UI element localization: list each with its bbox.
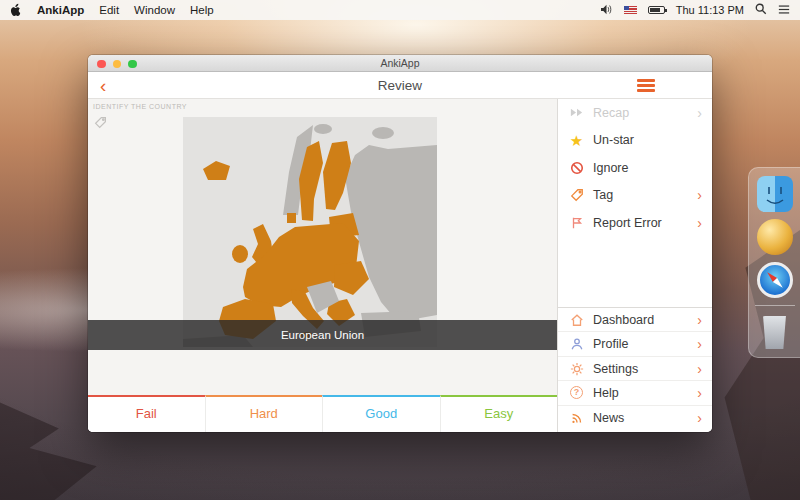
recap-icon (568, 105, 585, 120)
menubar-item-window[interactable]: Window (134, 4, 175, 16)
star-icon: ★ (568, 133, 585, 148)
menubar-clock[interactable]: Thu 11:13 PM (676, 4, 744, 16)
finder-dock-icon[interactable] (757, 176, 793, 212)
close-window-button[interactable] (97, 60, 106, 69)
card-prompt: IDENTIFY THE COUNTRY (93, 103, 187, 110)
ignore-icon (568, 161, 585, 175)
menu-item-help[interactable]: ? Help › (558, 381, 712, 405)
menu-item-label: Ignore (593, 161, 702, 175)
profile-icon (568, 337, 585, 351)
chevron-right-icon: › (697, 106, 702, 120)
help-icon: ? (568, 386, 585, 399)
notification-center-icon[interactable] (778, 4, 790, 17)
ankiapp-window: AnkiApp ‹ Review IDENTIFY THE COUNTRY (88, 55, 712, 432)
menu-item-label: Profile (593, 337, 697, 351)
menu-item-profile[interactable]: Profile › (558, 332, 712, 356)
menu-item-label: News (593, 411, 697, 425)
chevron-right-icon: › (697, 411, 702, 425)
menu-item-unstar[interactable]: ★ Un-star (558, 127, 712, 155)
chevron-right-icon: › (697, 386, 702, 400)
trash-dock-icon[interactable] (757, 313, 793, 349)
apple-menu-icon[interactable] (10, 3, 22, 17)
dock (748, 167, 800, 358)
window-title: AnkiApp (88, 55, 712, 72)
zoom-window-button[interactable] (128, 60, 137, 69)
menu-item-label: Tag (593, 188, 697, 202)
menu-item-label: Recap (593, 106, 697, 120)
menu-item-label: Un-star (593, 133, 702, 147)
menu-item-label: Help (593, 386, 697, 400)
grade-easy-button[interactable]: Easy (440, 395, 558, 432)
volume-icon[interactable] (600, 4, 613, 17)
minimize-window-button[interactable] (113, 60, 122, 69)
menu-item-recap[interactable]: Recap › (558, 99, 712, 127)
dock-separator (755, 305, 795, 306)
app-dock-icon[interactable] (757, 219, 793, 255)
menubar-app-name[interactable]: AnkiApp (37, 4, 84, 16)
card-answer-overlay: European Union (88, 320, 557, 350)
menu-item-ignore[interactable]: Ignore (558, 154, 712, 182)
chevron-right-icon: › (697, 337, 702, 351)
app-header: ‹ Review (88, 72, 712, 99)
chevron-right-icon: › (697, 188, 702, 202)
menubar: AnkiApp Edit Window Help Thu 11:13 PM (0, 0, 800, 20)
chevron-right-icon: › (697, 362, 702, 376)
side-menu-nav-group: Dashboard › Profile › (558, 307, 712, 430)
card-tag-icon[interactable] (94, 115, 107, 133)
menu-item-settings[interactable]: Settings › (558, 357, 712, 381)
flashcard[interactable]: IDENTIFY THE COUNTRY (88, 99, 557, 432)
safari-dock-icon[interactable] (757, 262, 793, 298)
europe-map-image (183, 117, 437, 347)
chevron-right-icon: › (697, 313, 702, 327)
back-button[interactable]: ‹ (100, 73, 106, 98)
menu-item-tag[interactable]: Tag › (558, 182, 712, 210)
menubar-item-edit[interactable]: Edit (99, 4, 119, 16)
menubar-item-help[interactable]: Help (190, 4, 214, 16)
menu-item-report-error[interactable]: Report Error › (558, 209, 712, 237)
menu-item-label: Settings (593, 362, 697, 376)
side-menu: Recap › ★ Un-star Ignore (557, 99, 712, 432)
input-language-flag-icon[interactable] (624, 6, 637, 14)
grade-fail-button[interactable]: Fail (88, 395, 205, 432)
spotlight-search-icon[interactable] (755, 3, 767, 17)
grade-hard-button[interactable]: Hard (205, 395, 323, 432)
menu-item-label: Report Error (593, 216, 697, 230)
battery-icon[interactable] (648, 6, 665, 14)
menu-item-news[interactable]: News › (558, 406, 712, 430)
chevron-right-icon: › (697, 216, 702, 230)
settings-gear-icon (568, 362, 585, 376)
tag-icon (568, 188, 585, 202)
hamburger-menu-icon[interactable] (637, 79, 655, 94)
grade-buttons: Fail Hard Good Easy (88, 395, 557, 432)
menu-item-label: Dashboard (593, 313, 697, 327)
grade-good-button[interactable]: Good (322, 395, 440, 432)
menu-item-dashboard[interactable]: Dashboard › (558, 308, 712, 332)
page-title: Review (88, 72, 712, 99)
window-titlebar[interactable]: AnkiApp (88, 55, 712, 72)
traffic-lights (97, 60, 137, 69)
flag-icon (568, 216, 585, 230)
news-rss-icon (568, 411, 585, 425)
dashboard-icon (568, 313, 585, 327)
